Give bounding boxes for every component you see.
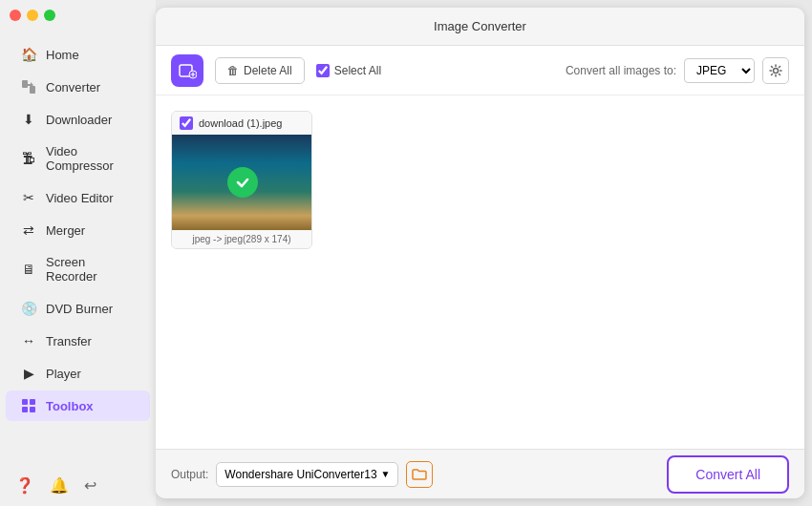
output-path-select[interactable]: Wondershare UniConverter13 ▼: [216, 462, 398, 487]
merger-icon: ⇄: [21, 222, 36, 238]
check-circle-icon: [227, 167, 258, 198]
sidebar-label-converter: Converter: [46, 80, 100, 95]
help-icon[interactable]: ❓: [15, 476, 34, 495]
window-title: Image Converter: [434, 19, 526, 33]
sidebar-item-screen-recorder[interactable]: 🖥 Screen Recorder: [6, 247, 150, 291]
output-path-text: Wondershare UniConverter13: [224, 468, 376, 481]
image-card-footer: jpeg -> jpeg(289 x 174): [172, 230, 311, 248]
sidebar-label-video-compressor: Video Compressor: [46, 144, 135, 173]
toolbar-left: 🗑 Delete All Select All: [171, 54, 381, 87]
format-select[interactable]: JPEG PNG BMP TIFF WEBP: [684, 58, 755, 83]
settings-button[interactable]: [762, 57, 789, 84]
convert-images-label: Convert all images to:: [566, 64, 676, 77]
close-button[interactable]: [10, 10, 21, 21]
sidebar-item-video-editor[interactable]: ✂ Video Editor: [6, 182, 150, 213]
toolbar-right: Convert all images to: JPEG PNG BMP TIFF…: [566, 57, 789, 84]
image-preview: [172, 135, 312, 230]
sidebar-label-player: Player: [46, 367, 81, 381]
convert-all-label: Convert All: [695, 467, 760, 482]
svg-rect-0: [22, 80, 28, 88]
svg-point-8: [774, 68, 779, 73]
player-icon: ▶: [21, 366, 36, 381]
toolbar: 🗑 Delete All Select All Convert all imag…: [156, 46, 804, 95]
downloader-icon: ⬇: [21, 112, 36, 127]
sidebar-label-dvd-burner: DVD Burner: [46, 302, 113, 316]
sidebar-label-video-editor: Video Editor: [46, 191, 114, 205]
image-checkbox[interactable]: [180, 116, 193, 130]
converter-icon: [21, 79, 36, 95]
svg-rect-5: [30, 407, 35, 412]
sidebar-item-dvd-burner[interactable]: 💿 DVD Burner: [6, 293, 150, 324]
image-card[interactable]: download (1).jpeg jpeg -> jpeg(289 x 174…: [171, 111, 312, 249]
main-panel: Image Converter 🗑 Delete All Select All …: [156, 8, 804, 498]
sidebar-item-merger[interactable]: ⇄ Merger: [6, 215, 150, 245]
svg-rect-3: [30, 399, 35, 405]
delete-all-label: Delete All: [244, 64, 292, 77]
sidebar-label-merger: Merger: [46, 223, 85, 238]
sidebar-item-toolbox[interactable]: Toolbox: [6, 390, 150, 421]
feedback-icon[interactable]: ↩: [84, 476, 96, 495]
svg-rect-1: [30, 86, 35, 94]
sidebar-label-downloader: Downloader: [46, 113, 112, 127]
home-icon: 🏠: [21, 47, 36, 62]
notifications-icon[interactable]: 🔔: [50, 476, 69, 495]
sidebar-item-downloader[interactable]: ⬇ Downloader: [6, 104, 150, 135]
video-compressor-icon: 🗜: [21, 151, 36, 166]
sidebar-label-home: Home: [46, 48, 79, 62]
delete-all-button[interactable]: 🗑 Delete All: [215, 57, 305, 84]
sidebar: 🏠 Home Converter ⬇ Downloader 🗜 Video Co…: [0, 0, 156, 506]
svg-rect-2: [22, 399, 28, 405]
image-grid: download (1).jpeg jpeg -> jpeg(289 x 174…: [171, 111, 789, 249]
minimize-button[interactable]: [27, 10, 38, 21]
sidebar-item-home[interactable]: 🏠 Home: [6, 39, 150, 70]
sidebar-label-screen-recorder: Screen Recorder: [46, 255, 135, 284]
select-all-checkbox[interactable]: [316, 64, 330, 77]
footer: Output: Wondershare UniConverter13 ▼ Con…: [156, 449, 804, 498]
transfer-icon: ↔: [21, 333, 36, 348]
open-folder-button[interactable]: [406, 461, 433, 488]
sidebar-item-video-compressor[interactable]: 🗜 Video Compressor: [6, 137, 150, 180]
sidebar-bottom: ❓ 🔔 ↩: [0, 465, 156, 506]
toolbox-icon: [21, 398, 36, 413]
sidebar-item-converter[interactable]: Converter: [6, 72, 150, 102]
sidebar-item-transfer[interactable]: ↔ Transfer: [6, 326, 150, 356]
dvd-burner-icon: 💿: [21, 301, 36, 316]
add-image-button[interactable]: [171, 54, 203, 87]
select-all-text: Select All: [334, 64, 381, 77]
trash-icon: 🗑: [227, 64, 239, 77]
sidebar-item-player[interactable]: ▶ Player: [6, 358, 150, 389]
sidebar-label-transfer: Transfer: [46, 334, 92, 348]
sidebar-label-toolbox: Toolbox: [46, 399, 94, 413]
screen-recorder-icon: 🖥: [21, 262, 36, 277]
convert-all-button[interactable]: Convert All: [667, 455, 789, 494]
titlebar: Image Converter: [156, 8, 804, 46]
chevron-down-icon: ▼: [381, 469, 391, 479]
image-filename: download (1).jpeg: [199, 117, 282, 129]
content-area: download (1).jpeg jpeg -> jpeg(289 x 174…: [156, 95, 804, 449]
select-all-label[interactable]: Select All: [316, 64, 381, 77]
svg-rect-4: [22, 407, 28, 412]
image-card-header: download (1).jpeg: [172, 112, 311, 135]
maximize-button[interactable]: [44, 10, 55, 21]
video-editor-icon: ✂: [21, 190, 36, 205]
output-label: Output:: [171, 468, 208, 481]
